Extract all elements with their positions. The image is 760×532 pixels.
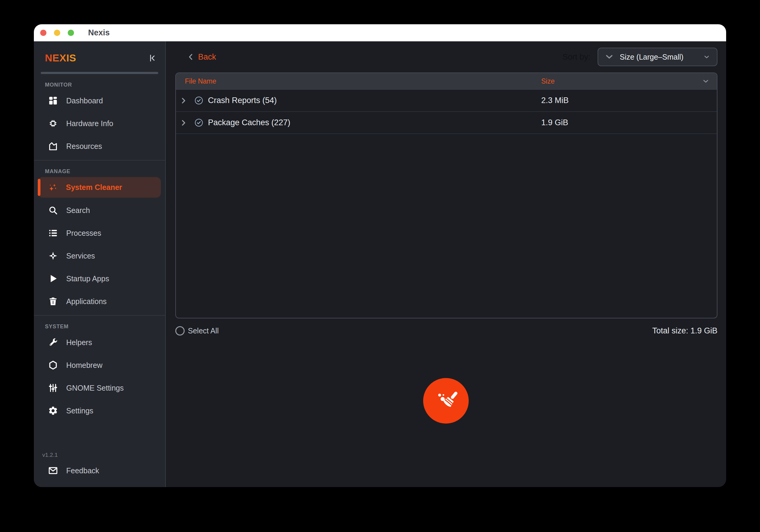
sidebar-item-homebrew[interactable]: Homebrew xyxy=(34,354,165,377)
sidebar-item-label: Homebrew xyxy=(66,361,103,370)
sidebar-item-search[interactable]: Search xyxy=(34,199,165,222)
sidebar-item-services[interactable]: Services xyxy=(34,244,165,267)
main-content: Back Sort by: Size (Large–Small) xyxy=(166,41,726,487)
sidebar-item-gnome-settings[interactable]: GNOME Settings xyxy=(34,377,165,399)
file-name: Crash Reports (54) xyxy=(208,96,277,105)
hexagon-icon xyxy=(48,360,58,370)
back-button[interactable]: Back xyxy=(187,52,216,62)
file-name: Package Caches (227) xyxy=(208,118,290,127)
checked-checkbox-icon[interactable] xyxy=(195,118,203,127)
sidebar-item-settings[interactable]: Settings xyxy=(34,399,165,422)
maximize-window-button[interactable] xyxy=(68,30,74,36)
gear-icon xyxy=(48,406,58,416)
table-header: File Name Size xyxy=(176,73,717,90)
chevron-down-icon xyxy=(703,53,710,61)
sidebar-item-label: GNOME Settings xyxy=(66,384,124,392)
sidebar-item-hardware-info[interactable]: Hardware Info xyxy=(34,112,165,135)
wrench-icon xyxy=(48,337,58,347)
section-header-system: SYSTEM xyxy=(34,316,165,331)
sidebar-item-applications[interactable]: Applications xyxy=(34,290,165,313)
chevron-down-icon xyxy=(605,52,614,62)
column-header-size: Size xyxy=(541,77,717,85)
sidebar-item-label: Dashboard xyxy=(66,97,103,105)
sidebar-item-label: Helpers xyxy=(66,338,92,347)
sidebar-item-label: System Cleaner xyxy=(66,183,122,192)
expand-chevron-icon[interactable] xyxy=(179,119,187,127)
app-window: Nexis NEXIS MONITOR Dashboard xyxy=(34,24,726,487)
sidebar: NEXIS MONITOR Dashboard xyxy=(34,41,166,487)
sidebar-divider xyxy=(41,72,158,74)
sidebar-item-system-cleaner[interactable]: System Cleaner xyxy=(38,177,161,198)
checked-checkbox-icon[interactable] xyxy=(195,96,203,105)
sort-select-value: Size (Large–Small) xyxy=(620,53,697,62)
sidebar-item-label: Applications xyxy=(66,297,107,306)
sparkles-icon xyxy=(48,182,58,193)
area-chart-icon xyxy=(48,141,58,151)
app-logo: NEXIS xyxy=(45,52,76,64)
file-table: File Name Size xyxy=(175,72,717,318)
sidebar-item-label: Settings xyxy=(66,407,93,415)
sidebar-item-helpers[interactable]: Helpers xyxy=(34,331,165,354)
select-all-checkbox[interactable] xyxy=(175,326,185,335)
trash-icon xyxy=(48,296,58,306)
file-size: 2.3 MiB xyxy=(541,96,717,105)
broom-icon xyxy=(432,386,460,415)
search-icon xyxy=(48,205,58,215)
sidebar-item-startup-apps[interactable]: Startup Apps xyxy=(34,267,165,290)
sidebar-item-label: Resources xyxy=(66,142,102,151)
sort-select[interactable]: Size (Large–Small) xyxy=(597,48,717,66)
mail-icon xyxy=(48,466,58,476)
collapse-sidebar-icon[interactable] xyxy=(147,53,157,63)
sort-by-label: Sort by: xyxy=(562,52,591,62)
clean-button[interactable] xyxy=(423,378,469,423)
sidebar-item-label: Search xyxy=(66,206,90,215)
section-header-monitor: MONITOR xyxy=(34,74,165,89)
sidebar-item-label: Startup Apps xyxy=(66,274,109,283)
expand-chevron-icon[interactable] xyxy=(179,97,187,105)
sidebar-item-resources[interactable]: Resources xyxy=(34,135,165,157)
file-size: 1.9 GiB xyxy=(541,118,717,127)
list-icon xyxy=(48,228,58,238)
sidebar-item-feedback[interactable]: Feedback xyxy=(34,460,165,481)
total-size-label: Total size: 1.9 GiB xyxy=(652,326,717,335)
play-icon xyxy=(48,274,58,284)
back-label: Back xyxy=(198,52,216,62)
titlebar: Nexis xyxy=(34,24,726,41)
table-row[interactable]: Package Caches (227) 1.9 GiB xyxy=(176,112,717,134)
size-column-label: Size xyxy=(541,77,555,85)
cpu-icon xyxy=(48,118,58,128)
section-header-manage: MANAGE xyxy=(34,160,165,176)
sliders-icon xyxy=(48,383,58,393)
column-header-file-name: File Name xyxy=(176,77,541,85)
table-row[interactable]: Crash Reports (54) 2.3 MiB xyxy=(176,90,717,112)
close-window-button[interactable] xyxy=(40,30,46,36)
sidebar-item-label: Processes xyxy=(66,229,101,238)
chevron-left-icon xyxy=(187,53,195,61)
sidebar-item-label: Feedback xyxy=(66,466,99,475)
minimize-window-button[interactable] xyxy=(54,30,60,36)
sidebar-item-processes[interactable]: Processes xyxy=(34,222,165,244)
size-column-chevron-icon[interactable] xyxy=(702,77,710,85)
window-title: Nexis xyxy=(88,28,110,37)
four-point-star-icon xyxy=(48,251,58,261)
sidebar-item-label: Hardware Info xyxy=(66,119,113,128)
sidebar-item-dashboard[interactable]: Dashboard xyxy=(34,89,165,112)
dashboard-icon xyxy=(48,96,58,106)
selection-bar: Select All Total size: 1.9 GiB xyxy=(175,322,717,340)
sidebar-item-label: Services xyxy=(66,252,95,260)
select-all-label: Select All xyxy=(188,327,219,335)
active-indicator xyxy=(38,179,40,196)
app-version: v1.2.1 xyxy=(34,452,165,458)
toolbar: Back Sort by: Size (Large–Small) xyxy=(175,41,717,72)
